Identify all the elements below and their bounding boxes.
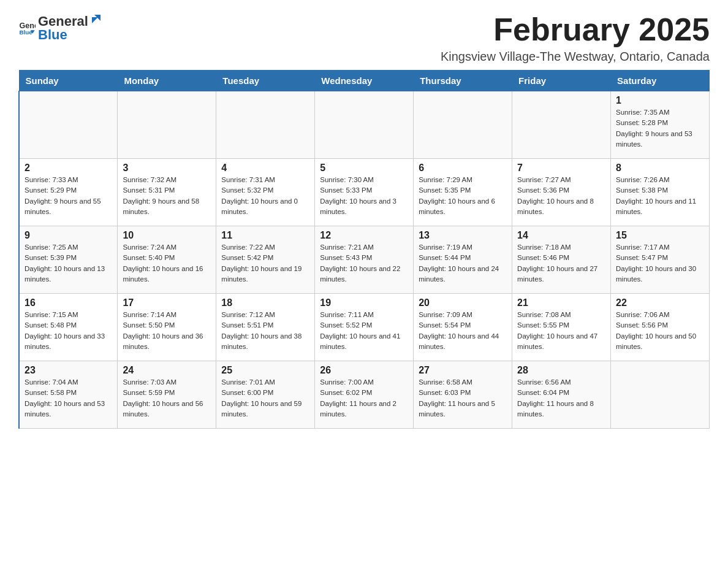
day-number: 28 bbox=[517, 365, 605, 376]
day-number: 10 bbox=[123, 230, 211, 241]
calendar-cell: 17Sunrise: 7:14 AMSunset: 5:50 PMDayligh… bbox=[118, 294, 216, 361]
title-block: February 2025 Kingsview Village-The West… bbox=[441, 12, 710, 64]
day-number: 26 bbox=[320, 365, 408, 376]
day-info: Sunrise: 7:14 AMSunset: 5:50 PMDaylight:… bbox=[123, 310, 211, 352]
day-info: Sunrise: 7:17 AMSunset: 5:47 PMDaylight:… bbox=[616, 242, 704, 285]
day-info: Sunrise: 7:09 AMSunset: 5:54 PMDaylight:… bbox=[419, 310, 507, 352]
month-title: February 2025 bbox=[441, 12, 710, 47]
col-monday: Monday bbox=[118, 71, 216, 91]
day-number: 11 bbox=[221, 230, 309, 241]
calendar-cell: 19Sunrise: 7:11 AMSunset: 5:52 PMDayligh… bbox=[315, 294, 414, 361]
calendar-cell: 12Sunrise: 7:21 AMSunset: 5:43 PMDayligh… bbox=[315, 226, 414, 294]
calendar-week-5: 23Sunrise: 7:04 AMSunset: 5:58 PMDayligh… bbox=[19, 361, 710, 429]
calendar-cell: 26Sunrise: 7:00 AMSunset: 6:02 PMDayligh… bbox=[315, 361, 414, 429]
calendar-cell: 28Sunrise: 6:56 AMSunset: 6:04 PMDayligh… bbox=[512, 361, 611, 429]
day-number: 4 bbox=[221, 163, 309, 174]
logo-text-blue: Blue bbox=[38, 27, 67, 42]
day-info: Sunrise: 7:30 AMSunset: 5:33 PMDaylight:… bbox=[320, 175, 408, 217]
calendar-cell: 7Sunrise: 7:27 AMSunset: 5:36 PMDaylight… bbox=[512, 159, 611, 226]
calendar-week-2: 2Sunrise: 7:33 AMSunset: 5:29 PMDaylight… bbox=[19, 159, 710, 226]
day-info: Sunrise: 7:00 AMSunset: 6:02 PMDaylight:… bbox=[320, 377, 408, 419]
col-thursday: Thursday bbox=[414, 71, 512, 91]
day-number: 13 bbox=[419, 230, 507, 241]
day-info: Sunrise: 6:58 AMSunset: 6:03 PMDaylight:… bbox=[419, 377, 507, 419]
day-number: 2 bbox=[25, 163, 112, 174]
logo: General Blue General Blue bbox=[18, 12, 103, 43]
calendar-cell: 23Sunrise: 7:04 AMSunset: 5:58 PMDayligh… bbox=[19, 361, 118, 429]
calendar-cell: 18Sunrise: 7:12 AMSunset: 5:51 PMDayligh… bbox=[216, 294, 315, 361]
day-number: 16 bbox=[25, 297, 112, 308]
day-number: 6 bbox=[419, 163, 507, 174]
svg-marker-4 bbox=[92, 17, 98, 23]
day-number: 5 bbox=[320, 163, 408, 174]
calendar-cell: 22Sunrise: 7:06 AMSunset: 5:56 PMDayligh… bbox=[611, 294, 710, 361]
day-info: Sunrise: 7:24 AMSunset: 5:40 PMDaylight:… bbox=[123, 242, 211, 285]
day-info: Sunrise: 7:03 AMSunset: 5:59 PMDaylight:… bbox=[123, 377, 211, 419]
logo-icon: General Blue bbox=[18, 19, 36, 36]
day-info: Sunrise: 7:08 AMSunset: 5:55 PMDaylight:… bbox=[517, 310, 605, 352]
day-number: 27 bbox=[419, 365, 507, 376]
calendar-cell: 16Sunrise: 7:15 AMSunset: 5:48 PMDayligh… bbox=[19, 294, 118, 361]
page-header: General Blue General Blue February 2025 … bbox=[18, 12, 710, 64]
calendar-cell: 25Sunrise: 7:01 AMSunset: 6:00 PMDayligh… bbox=[216, 361, 315, 429]
calendar-cell bbox=[19, 91, 118, 159]
col-friday: Friday bbox=[512, 71, 611, 91]
calendar-week-1: 1Sunrise: 7:35 AMSunset: 5:28 PMDaylight… bbox=[19, 91, 710, 159]
day-info: Sunrise: 7:29 AMSunset: 5:35 PMDaylight:… bbox=[419, 175, 507, 217]
day-number: 17 bbox=[123, 297, 211, 308]
calendar-week-4: 16Sunrise: 7:15 AMSunset: 5:48 PMDayligh… bbox=[19, 294, 710, 361]
calendar-cell: 9Sunrise: 7:25 AMSunset: 5:39 PMDaylight… bbox=[19, 226, 118, 294]
day-info: Sunrise: 7:18 AMSunset: 5:46 PMDaylight:… bbox=[517, 242, 605, 285]
header-row: Sunday Monday Tuesday Wednesday Thursday… bbox=[19, 71, 710, 91]
calendar-table: Sunday Monday Tuesday Wednesday Thursday… bbox=[18, 70, 710, 429]
calendar-week-3: 9Sunrise: 7:25 AMSunset: 5:39 PMDaylight… bbox=[19, 226, 710, 294]
calendar-cell bbox=[216, 91, 315, 159]
day-number: 25 bbox=[221, 365, 309, 376]
calendar-cell bbox=[414, 91, 512, 159]
calendar-cell bbox=[611, 361, 710, 429]
day-number: 19 bbox=[320, 297, 408, 308]
calendar-cell: 27Sunrise: 6:58 AMSunset: 6:03 PMDayligh… bbox=[414, 361, 512, 429]
calendar-cell: 21Sunrise: 7:08 AMSunset: 5:55 PMDayligh… bbox=[512, 294, 611, 361]
calendar-cell: 8Sunrise: 7:26 AMSunset: 5:38 PMDaylight… bbox=[611, 159, 710, 226]
calendar-cell: 24Sunrise: 7:03 AMSunset: 5:59 PMDayligh… bbox=[118, 361, 216, 429]
calendar-cell: 3Sunrise: 7:32 AMSunset: 5:31 PMDaylight… bbox=[118, 159, 216, 226]
day-number: 21 bbox=[517, 297, 605, 308]
calendar-cell: 1Sunrise: 7:35 AMSunset: 5:28 PMDaylight… bbox=[611, 91, 710, 159]
day-number: 18 bbox=[221, 297, 309, 308]
calendar-cell: 14Sunrise: 7:18 AMSunset: 5:46 PMDayligh… bbox=[512, 226, 611, 294]
col-saturday: Saturday bbox=[611, 71, 710, 91]
day-info: Sunrise: 7:06 AMSunset: 5:56 PMDaylight:… bbox=[616, 310, 704, 352]
day-info: Sunrise: 7:22 AMSunset: 5:42 PMDaylight:… bbox=[221, 242, 309, 285]
day-number: 3 bbox=[123, 163, 211, 174]
calendar-cell: 2Sunrise: 7:33 AMSunset: 5:29 PMDaylight… bbox=[19, 159, 118, 226]
day-info: Sunrise: 7:33 AMSunset: 5:29 PMDaylight:… bbox=[25, 175, 112, 217]
day-number: 22 bbox=[616, 297, 704, 308]
day-number: 23 bbox=[25, 365, 112, 376]
day-number: 8 bbox=[616, 163, 704, 174]
col-tuesday: Tuesday bbox=[216, 71, 315, 91]
calendar-cell: 5Sunrise: 7:30 AMSunset: 5:33 PMDaylight… bbox=[315, 159, 414, 226]
calendar-cell: 6Sunrise: 7:29 AMSunset: 5:35 PMDaylight… bbox=[414, 159, 512, 226]
day-number: 1 bbox=[616, 95, 704, 106]
logo-arrow-icon bbox=[89, 12, 103, 26]
day-number: 9 bbox=[25, 230, 112, 241]
day-number: 15 bbox=[616, 230, 704, 241]
calendar-cell bbox=[118, 91, 216, 159]
day-info: Sunrise: 7:19 AMSunset: 5:44 PMDaylight:… bbox=[419, 242, 507, 285]
day-info: Sunrise: 6:56 AMSunset: 6:04 PMDaylight:… bbox=[517, 377, 605, 419]
day-info: Sunrise: 7:04 AMSunset: 5:58 PMDaylight:… bbox=[25, 377, 112, 419]
svg-text:Blue: Blue bbox=[19, 29, 32, 36]
calendar-cell: 10Sunrise: 7:24 AMSunset: 5:40 PMDayligh… bbox=[118, 226, 216, 294]
calendar-cell: 13Sunrise: 7:19 AMSunset: 5:44 PMDayligh… bbox=[414, 226, 512, 294]
location-title: Kingsview Village-The Westway, Ontario, … bbox=[441, 50, 710, 64]
day-info: Sunrise: 7:27 AMSunset: 5:36 PMDaylight:… bbox=[517, 175, 605, 217]
day-number: 12 bbox=[320, 230, 408, 241]
col-sunday: Sunday bbox=[19, 71, 118, 91]
day-number: 14 bbox=[517, 230, 605, 241]
day-info: Sunrise: 7:15 AMSunset: 5:48 PMDaylight:… bbox=[25, 310, 112, 352]
calendar-cell bbox=[512, 91, 611, 159]
calendar-cell: 4Sunrise: 7:31 AMSunset: 5:32 PMDaylight… bbox=[216, 159, 315, 226]
day-number: 20 bbox=[419, 297, 507, 308]
calendar-cell: 20Sunrise: 7:09 AMSunset: 5:54 PMDayligh… bbox=[414, 294, 512, 361]
